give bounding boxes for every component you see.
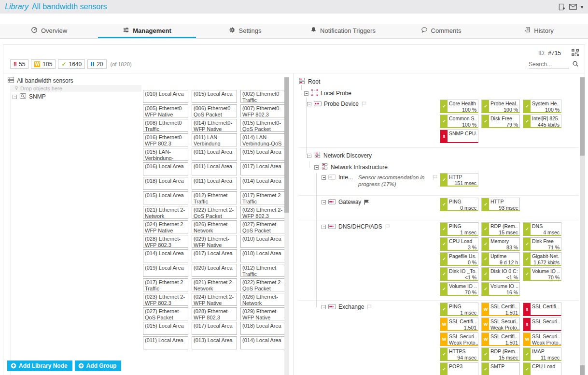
right-pane-scrollbar[interactable] bbox=[580, 77, 585, 375]
library-sensor-box[interactable]: (028) Ethernet-WFP 802.3 bbox=[192, 307, 237, 320]
qr-code-icon[interactable] bbox=[572, 49, 579, 58]
library-sensor-box[interactable]: (028) Ethernet-WFP 802.3 bbox=[143, 235, 188, 248]
sensor-box-ssl-securi[interactable]: WSSL Securi...Weak Proto... bbox=[440, 332, 478, 346]
sensor-box-disk-io-0-c[interactable]: ✓Disk IO 0 C:<1 % bbox=[481, 267, 520, 281]
library-root-node[interactable]: All bandwidth sensors bbox=[7, 76, 143, 85]
sensor-box-pagefile-us[interactable]: ✓Pagefile Us...0 % bbox=[440, 252, 478, 266]
library-sensor-box[interactable]: (015) Ethernet0-QoS Packet bbox=[240, 119, 286, 132]
library-sensor-box[interactable]: (026) Ethernet-Network bbox=[240, 293, 286, 306]
sensor-box-http[interactable]: ✓HTTP151 msec bbox=[440, 173, 478, 187]
drop-objects-hint[interactable]: Drop objects here bbox=[10, 85, 141, 92]
tab-settings[interactable]: Settings bbox=[196, 24, 294, 38]
library-sensor-box[interactable]: (018) Local Area bbox=[240, 322, 286, 335]
sensor-box-dns[interactable]: ✓DNS4 msec bbox=[523, 222, 561, 236]
library-sensor-box[interactable]: (017) Local Area bbox=[192, 249, 237, 262]
library-sensor-box[interactable]: (027) Ethernet-QoS Packet bbox=[240, 220, 286, 233]
tab-comments[interactable]: Comments bbox=[392, 24, 490, 38]
sensor-box-uptime[interactable]: ✓Uptime9 d 12 h bbox=[481, 252, 520, 266]
library-sensor-box[interactable]: (024) Ethernet 2-WFP Native bbox=[192, 293, 237, 306]
library-sensor-box[interactable]: (018) Local Area bbox=[240, 249, 286, 262]
library-sensor-box[interactable]: (015) Local Area bbox=[192, 90, 237, 103]
sensor-box-ssl-securi[interactable]: !!SSL Securi... bbox=[523, 317, 561, 331]
library-sensor-box[interactable]: (017) Local Area bbox=[240, 162, 286, 175]
library-sensor-box[interactable]: (026) Ethernet-Network bbox=[192, 220, 237, 233]
collapse-icon[interactable] bbox=[314, 165, 319, 170]
tree-node-network-infrastructure[interactable]: Network Infrastructure bbox=[298, 161, 579, 173]
search-input[interactable] bbox=[529, 61, 569, 69]
library-sensor-box[interactable]: (029) Ethernet-WFP Native bbox=[192, 235, 237, 248]
library-sensor-box[interactable]: (010) Local Area bbox=[143, 90, 188, 103]
left-scrollbar-thumb[interactable] bbox=[284, 77, 289, 213]
library-sensor-box[interactable]: (020) Local Area bbox=[192, 264, 237, 277]
sensor-box-disk-free[interactable]: ✓Disk Free71 % bbox=[523, 237, 561, 251]
badge-paused[interactable]: 20 bbox=[87, 59, 106, 69]
sensor-box-disk-free[interactable]: ✓Disk Free79 % bbox=[481, 115, 520, 128]
sensor-box-ping[interactable]: ✓PING1 msec bbox=[440, 222, 478, 236]
sensor-box-gigabit-net[interactable]: ✓Gigabit-Net...1,672 kbit/s bbox=[523, 252, 561, 266]
library-sensor-box[interactable]: (014) Local Area bbox=[240, 177, 286, 190]
library-sensor-box[interactable]: (005) Ethernet0-WFP Native bbox=[143, 104, 188, 117]
tree-node-root[interactable]: Root bbox=[298, 76, 579, 87]
library-sensor-box[interactable]: (017) Ethernet 2 Traffic bbox=[240, 191, 286, 204]
library-sensor-box[interactable]: (014) Ethernet0-WFP Native bbox=[192, 119, 237, 132]
library-sensor-box[interactable]: (015) Local Area bbox=[143, 322, 188, 335]
sensor-box-imap[interactable]: ✓IMAP11 msec bbox=[523, 347, 561, 361]
sensor-box-memory[interactable]: ✓Memory83 % bbox=[481, 237, 520, 251]
sensor-box-intel-r-825[interactable]: ✓Intel[R] 825...445 kbit/s bbox=[523, 115, 561, 128]
library-sensor-box[interactable]: (014) Local Area bbox=[143, 249, 188, 262]
collapse-icon[interactable] bbox=[307, 154, 311, 158]
flag-outline-icon[interactable] bbox=[366, 303, 373, 312]
library-sensor-box[interactable]: (016) Ethernet0-WFP 802.3 bbox=[143, 133, 188, 146]
library-sensor-box[interactable]: (014) Local Area bbox=[240, 336, 286, 349]
tree-node-network-discovery[interactable]: Network Discovery bbox=[298, 150, 579, 161]
sensor-box-ping[interactable]: ✓PING1 msec bbox=[440, 303, 478, 316]
caret-down-icon[interactable]: ▾ bbox=[581, 4, 583, 10]
sensor-box-cpu-load[interactable]: ✓CPU Load bbox=[523, 362, 561, 375]
badge-down[interactable]: !!55 bbox=[10, 59, 28, 69]
search-icon[interactable] bbox=[572, 60, 579, 69]
library-sensor-box[interactable]: (011) Local Area bbox=[143, 336, 188, 349]
sensor-box-disk-io-to[interactable]: ✓Disk IO _To...<1 % bbox=[440, 267, 478, 281]
flag-outline-icon[interactable] bbox=[432, 174, 438, 182]
sensor-box-pop3[interactable]: ✓POP3 bbox=[440, 362, 478, 375]
library-sensor-box[interactable]: (024) Ethernet 2-WFP Native bbox=[143, 220, 188, 233]
sensor-box-ssl-certifi[interactable]: WSSL Certifi...1,501 bbox=[481, 332, 520, 346]
sensor-box-rdp-rem[interactable]: ✓RDP (Rem...15 msec bbox=[481, 222, 520, 236]
library-sensor-box[interactable]: (014) LAN-Verbindung-QoS bbox=[240, 133, 286, 146]
library-sensor-box[interactable]: (012) Ethernet Traffic bbox=[240, 264, 286, 277]
new-report-icon[interactable] bbox=[558, 3, 565, 11]
library-sensor-box[interactable]: (008) Ethernet0 Traffic bbox=[143, 119, 188, 132]
collapse-icon[interactable] bbox=[307, 102, 311, 106]
sensor-box-snmp-cpu[interactable]: !!SNMP CPU... bbox=[440, 130, 478, 143]
sensor-box-system-he[interactable]: ✓System He...100 % bbox=[523, 100, 561, 113]
library-sensor-box[interactable]: (017) Local Area bbox=[192, 322, 237, 335]
library-sensor-box[interactable]: (011) Local Area bbox=[192, 148, 237, 161]
flag-outline-icon[interactable] bbox=[361, 101, 367, 109]
sensor-box-http[interactable]: ✓HTTP93 msec bbox=[481, 198, 520, 211]
library-sensor-box[interactable]: (011) LAN-Verbindung bbox=[192, 133, 237, 146]
collapse-icon[interactable] bbox=[322, 200, 326, 204]
add-library-node-button[interactable]: Add Library Node bbox=[7, 361, 72, 371]
sensor-box-core-health[interactable]: ✓Core Health100 % bbox=[440, 100, 478, 113]
email-icon[interactable] bbox=[569, 4, 577, 10]
device-node-inte[interactable]: Inte...Sensor recommendation in progress… bbox=[298, 174, 438, 188]
library-sensor-box[interactable]: (017) Ethernet 2 Traffic bbox=[143, 278, 188, 291]
sensor-box-probe-heal[interactable]: ✓Probe Heal...100 % bbox=[481, 100, 520, 113]
collapse-icon[interactable] bbox=[13, 95, 17, 99]
library-sensor-box[interactable]: (015) Local Area bbox=[143, 191, 188, 204]
tab-history[interactable]: History bbox=[490, 24, 588, 38]
library-sensor-box[interactable]: (022) Ethernet 2-QoS Packet bbox=[192, 206, 237, 219]
collapse-icon[interactable] bbox=[322, 225, 326, 229]
library-sensor-box[interactable]: (018) Local Area bbox=[143, 177, 188, 190]
collapse-icon[interactable] bbox=[304, 91, 308, 96]
library-sensor-box[interactable]: (021) Ethernet 2-Network bbox=[143, 206, 188, 219]
sensor-box-ssl-certifi[interactable]: WSSL Certifi...1,501 bbox=[481, 303, 520, 316]
flag-filled-icon[interactable] bbox=[364, 199, 370, 207]
library-sensor-box[interactable]: (019) Local Area bbox=[143, 264, 188, 277]
sensor-box-ssl-certifi[interactable]: !!SSL Certifi... bbox=[523, 303, 561, 316]
device-node-dns-dhcp-ads[interactable]: DNS/DHCP/ADS bbox=[298, 223, 438, 231]
sensor-box-volume-io[interactable]: ✓Volume IO ...16 % bbox=[481, 282, 520, 296]
sensor-box-ssl-securi[interactable]: WSSL Securi...Weak Proto... bbox=[523, 332, 561, 346]
sensor-box-ssl-certifi[interactable]: WSSL Certifi...1,501 bbox=[440, 317, 478, 331]
library-sensor-box[interactable]: (023) Ethernet 2-WFP 802.3 bbox=[143, 293, 188, 306]
